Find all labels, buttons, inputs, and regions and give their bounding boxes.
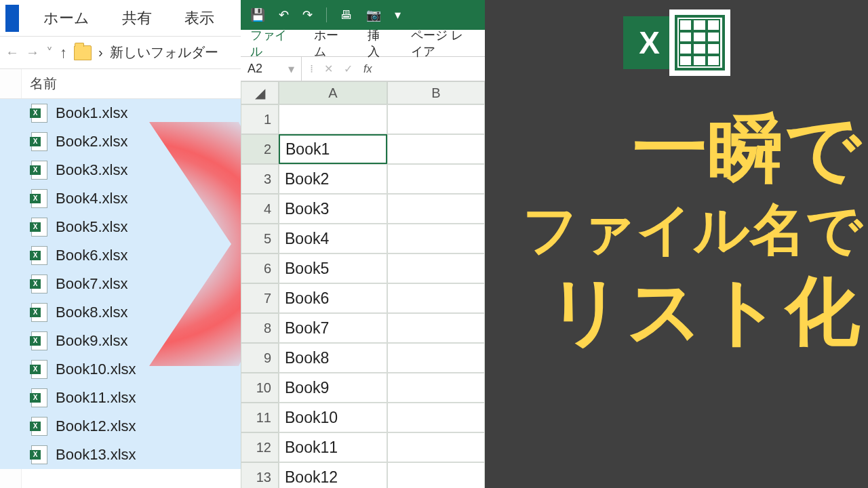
cell-B13[interactable]: [387, 462, 485, 488]
file-name: Book2.xlsx: [56, 133, 127, 150]
row-header[interactable]: 3: [241, 164, 279, 194]
cell-B9[interactable]: [387, 343, 485, 373]
cell-B12[interactable]: [387, 432, 485, 462]
cell-B10[interactable]: [387, 373, 485, 403]
worksheet-grid[interactable]: ◢ A B: [241, 81, 485, 104]
row-header[interactable]: 13: [241, 462, 279, 488]
file-row[interactable]: Book3.xlsx: [0, 156, 241, 184]
print-icon[interactable]: 🖶: [340, 8, 353, 22]
row-header[interactable]: 11: [241, 403, 279, 432]
formula-expand-icon[interactable]: ⁞: [310, 62, 313, 75]
file-name: Book8.xlsx: [56, 304, 127, 321]
cell-B8[interactable]: [387, 313, 485, 343]
row-header[interactable]: 6: [241, 253, 279, 283]
row-header[interactable]: 2: [241, 134, 279, 164]
ribbon-tab-view[interactable]: 表示: [172, 8, 226, 28]
cell-A2[interactable]: Book1: [279, 134, 387, 164]
excel-quick-access-toolbar: 💾 ↶ ↷ 🖶 📷 ▾: [241, 0, 485, 30]
enter-icon[interactable]: ✓: [344, 62, 353, 75]
cell-A7[interactable]: Book6: [279, 283, 387, 313]
ribbon-tab-insert[interactable]: 挿入: [368, 27, 388, 60]
nav-up-icon[interactable]: ↑: [60, 44, 67, 62]
row-header[interactable]: 1: [241, 104, 279, 134]
name-box[interactable]: A2 ▾: [241, 57, 302, 81]
ribbon-tab-home[interactable]: ホーム: [31, 8, 102, 28]
ribbon-tab-home[interactable]: ホーム: [314, 27, 344, 60]
xlsx-file-icon: [31, 303, 47, 322]
cell-A6[interactable]: Book5: [279, 253, 387, 283]
qat-customize-icon[interactable]: ▾: [395, 7, 401, 22]
cell-B1[interactable]: [387, 104, 485, 134]
cell-A4[interactable]: Book3: [279, 194, 387, 224]
column-header-A[interactable]: A: [279, 81, 387, 104]
file-row[interactable]: Book7.xlsx: [0, 270, 241, 298]
breadcrumb-folder[interactable]: 新しいフォルダー: [110, 43, 218, 62]
breadcrumb-sep: ›: [98, 45, 103, 60]
row-header[interactable]: 8: [241, 313, 279, 343]
column-header-B[interactable]: B: [387, 81, 485, 104]
file-row[interactable]: Book8.xlsx: [0, 298, 241, 327]
ribbon-tab-page-layout[interactable]: ページ レイア: [411, 27, 475, 60]
folder-icon: [74, 45, 92, 60]
file-row[interactable]: Book1.xlsx: [0, 99, 241, 127]
row-header[interactable]: 10: [241, 373, 279, 403]
cell-A10[interactable]: Book9: [279, 373, 387, 403]
explorer-app-icon[interactable]: [5, 5, 19, 32]
cell-B2[interactable]: [387, 134, 485, 164]
cell-A11[interactable]: Book10: [279, 403, 387, 432]
fx-icon[interactable]: fx: [363, 63, 372, 75]
cell-B5[interactable]: [387, 224, 485, 253]
file-row[interactable]: Book13.xlsx: [0, 441, 241, 469]
cell-A12[interactable]: Book11: [279, 432, 387, 462]
nav-forward-icon[interactable]: →: [26, 45, 39, 60]
explorer-address-bar[interactable]: ← → ˅ ↑ › 新しいフォルダー: [0, 37, 241, 69]
row-header[interactable]: 7: [241, 283, 279, 313]
file-list[interactable]: Book1.xlsxBook2.xlsxBook3.xlsxBook4.xlsx…: [0, 99, 241, 469]
column-header-name[interactable]: 名前: [0, 69, 241, 99]
row-header[interactable]: 5: [241, 224, 279, 253]
file-row[interactable]: Book4.xlsx: [0, 184, 241, 213]
row-header[interactable]: 12: [241, 432, 279, 462]
cell-A3[interactable]: Book2: [279, 164, 387, 194]
row-header[interactable]: 9: [241, 343, 279, 373]
cell-B11[interactable]: [387, 403, 485, 432]
qat-separator: [326, 7, 327, 22]
cell-A8[interactable]: Book7: [279, 313, 387, 343]
file-row[interactable]: Book2.xlsx: [0, 127, 241, 156]
ribbon-tab-share[interactable]: 共有: [110, 8, 164, 28]
cell-B4[interactable]: [387, 194, 485, 224]
name-box-dropdown-icon[interactable]: ▾: [288, 62, 294, 77]
cell-B7[interactable]: [387, 283, 485, 313]
cell-A9[interactable]: Book8: [279, 343, 387, 373]
excel-logo-sheet-icon: [669, 9, 730, 76]
cell-A13[interactable]: Book12: [279, 462, 387, 488]
file-row[interactable]: Book5.xlsx: [0, 213, 241, 241]
save-icon[interactable]: 💾: [250, 7, 265, 22]
select-all-corner[interactable]: ◢: [241, 81, 279, 104]
chevron-down-icon[interactable]: ˅: [46, 45, 53, 61]
excel-logo-x-icon: X: [623, 16, 676, 69]
camera-icon[interactable]: 📷: [366, 7, 381, 22]
cell-B3[interactable]: [387, 164, 485, 194]
file-name: Book5.xlsx: [56, 218, 127, 236]
file-row[interactable]: Book6.xlsx: [0, 241, 241, 270]
promo-line-2: ファイル名で: [485, 195, 863, 265]
cell-A1[interactable]: [279, 104, 387, 134]
redo-icon[interactable]: ↷: [302, 7, 313, 22]
nav-back-icon[interactable]: ←: [5, 45, 19, 60]
row-header[interactable]: 4: [241, 194, 279, 224]
file-row[interactable]: Book10.xlsx: [0, 355, 241, 384]
cancel-icon[interactable]: ✕: [324, 62, 333, 75]
cell-B6[interactable]: [387, 253, 485, 283]
promo-line-3: リスト化: [485, 264, 863, 358]
cell-A5[interactable]: Book4: [279, 224, 387, 253]
excel-logo: X: [623, 16, 730, 76]
xlsx-file-icon: [31, 161, 47, 180]
ribbon-tab-file[interactable]: ファイル: [250, 27, 291, 60]
file-row[interactable]: Book12.xlsx: [0, 412, 241, 441]
promo-panel: X 一瞬で ファイル名で リスト化: [485, 0, 868, 488]
file-row[interactable]: Book9.xlsx: [0, 327, 241, 355]
undo-icon[interactable]: ↶: [279, 7, 289, 22]
file-name: Book12.xlsx: [56, 418, 136, 435]
file-row[interactable]: Book11.xlsx: [0, 384, 241, 412]
